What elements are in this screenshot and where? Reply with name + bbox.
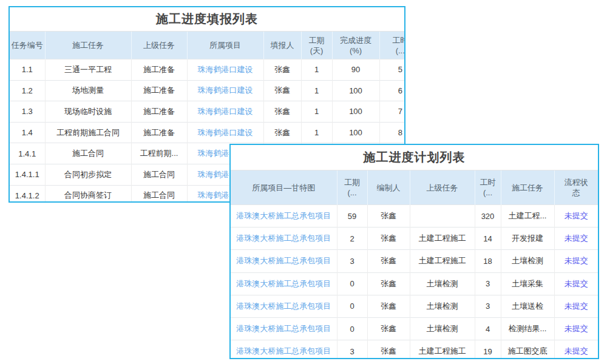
cell-project[interactable]: 珠海鹤港口建设 (198, 86, 253, 95)
cell-status[interactable]: 未提交 (565, 279, 588, 288)
column-label: 完成进度 (340, 36, 371, 45)
cell-project-gantt[interactable]: 港珠澳大桥施工总承包项目 (236, 346, 331, 356)
cell-parent-task: 工程前期... (140, 149, 178, 158)
table-cell: 未提交 (554, 295, 598, 317)
cell-project-gantt[interactable]: 港珠澳大桥施工总承包项目 (236, 211, 331, 220)
cell-project[interactable]: 珠海鹤港口建设 (198, 65, 253, 74)
table-cell: 施工准备 (131, 101, 187, 123)
cell-duration: 2 (350, 234, 354, 243)
table-cell: 港珠澳大桥施工总承包项目 (231, 205, 337, 228)
column-label: 所属项目—甘特图 (252, 183, 315, 192)
table-cell: 港珠澳大桥施工总承包项目 (231, 317, 337, 340)
cell-task-no: 1.1 (22, 65, 33, 74)
cell-task: 土壤送检 (512, 302, 543, 311)
cell-duration: 0 (350, 302, 354, 311)
table-cell: 320 (475, 205, 501, 228)
table-row: 1.3现场临时设施施工准备珠海鹤港口建设张鑫11007 (10, 101, 405, 123)
cell-task-no: 1.4.1.2 (15, 191, 39, 200)
column-label: 工期 (344, 178, 360, 187)
cell-project-gantt[interactable]: 港珠澳大桥施工总承包项目 (236, 279, 331, 288)
cell-task: 现场临时设施 (64, 107, 112, 116)
table-row: 港珠澳大桥施工总承包项目3张鑫土建工程施工18土壤检测未提交 (231, 250, 598, 272)
table-cell: 8 (379, 122, 405, 143)
column-label: 填报人 (271, 41, 294, 50)
cell-status[interactable]: 未提交 (565, 234, 588, 243)
table-cell: 未提交 (554, 228, 598, 250)
column-header-work-hours: 工时(... (475, 170, 501, 205)
column-header-project-gantt: 所属项目—甘特图 (231, 170, 337, 205)
cell-hours: 6 (398, 86, 402, 95)
table-cell: 施工准备 (131, 122, 187, 143)
table-cell: 1 (301, 122, 332, 143)
cell-project-gantt[interactable]: 港珠澳大桥施工总承包项目 (236, 324, 331, 333)
table-cell: 张鑫 (367, 228, 410, 250)
table-cell: 1.4.1.1 (10, 164, 45, 185)
cell-project-gantt[interactable]: 港珠澳大桥施工总承包项目 (236, 302, 331, 311)
cell-status[interactable]: 未提交 (565, 346, 588, 356)
table-cell: 1 (301, 59, 332, 81)
column-label: 任务编号 (12, 41, 43, 50)
cell-duration: 1 (314, 107, 319, 116)
table-cell: 港珠澳大桥施工总承包项目 (231, 250, 337, 272)
column-header-compiler: 编制人 (367, 170, 410, 205)
table-cell: 0 (337, 295, 367, 317)
table-row: 港珠澳大桥施工总承包项目0张鑫土壤检测3土壤采集未提交 (231, 272, 598, 295)
cell-status[interactable]: 未提交 (565, 256, 588, 265)
cell-project[interactable]: 珠海鹤港口建设 (198, 107, 253, 116)
table-cell: 0 (337, 317, 367, 340)
table-cell: 3 (337, 250, 367, 272)
cell-task-no: 1.4 (22, 128, 33, 137)
cell-hours: 4 (486, 325, 490, 334)
cell-duration: 59 (348, 212, 356, 221)
cell-status[interactable]: 未提交 (565, 324, 588, 333)
cell-project[interactable]: 珠海鹤港口建设 (198, 128, 253, 137)
cell-reporter: 张鑫 (274, 107, 290, 116)
cell-project-gantt[interactable]: 港珠澳大桥施工总承包项目 (236, 234, 331, 243)
table-cell: 工程前期... (131, 143, 187, 164)
cell-duration: 3 (350, 257, 354, 266)
table-row: 港珠澳大桥施工总承包项目0张鑫土壤检测3土壤送检未提交 (231, 295, 598, 317)
column-header-status: 流程状态 (554, 170, 598, 205)
cell-task: 合同协商签订 (64, 190, 112, 200)
cell-task-no: 1.3 (22, 107, 33, 116)
cell-compiler: 张鑫 (381, 256, 396, 265)
column-label-line2: (... (380, 46, 406, 56)
cell-status[interactable]: 未提交 (565, 302, 588, 311)
table-cell: 张鑫 (263, 101, 301, 123)
column-label-line2: (... (337, 187, 367, 198)
cell-project-gantt[interactable]: 港珠澳大桥施工总承包项目 (236, 256, 331, 265)
table-cell: 未提交 (554, 205, 598, 228)
table-cell: 珠海鹤港口建设 (187, 101, 263, 123)
cell-hours: 19 (483, 347, 492, 356)
column-label: 所属项目 (209, 41, 241, 50)
column-header-work-hours: 工时(... (379, 32, 405, 59)
column-header-project: 所属项目 (187, 32, 263, 59)
table-cell: 土壤采集 (501, 272, 554, 295)
table-cell: 14 (475, 228, 501, 250)
cell-hours: 3 (486, 279, 490, 288)
fill-report-header: 任务编号 施工任务 上级任务 所属项目 填报人 工期(天) 完成进度(%) 工时… (10, 32, 405, 59)
fill-report-title: 施工进度填报列表 (10, 7, 404, 32)
table-cell: 1 (301, 80, 332, 101)
table-cell: 未提交 (554, 340, 598, 359)
table-cell: 张鑫 (367, 205, 410, 228)
column-header-duration-days: 工期(天) (301, 32, 332, 59)
table-cell: 1.4.1 (10, 143, 45, 164)
column-header-parent-task: 上级任务 (410, 170, 475, 205)
cell-task: 施工合同 (72, 149, 104, 158)
table-cell: 18 (475, 250, 501, 272)
table-cell: 三通一平工程 (45, 59, 131, 81)
cell-hours: 320 (481, 212, 495, 221)
cell-parent-task: 土壤检测 (427, 324, 458, 333)
table-cell: 土壤检测 (410, 295, 475, 317)
cell-task-no: 1.4.1.1 (15, 170, 39, 179)
table-cell: 土建工程施工 (410, 340, 475, 359)
table-cell: 100 (332, 101, 379, 123)
plan-list-body: 港珠澳大桥施工总承包项目59张鑫320土建工程...未提交港珠澳大桥施工总承包项… (231, 205, 598, 360)
cell-hours: 3 (486, 302, 490, 311)
table-cell: 土壤检测 (410, 272, 475, 295)
table-cell: 张鑫 (367, 250, 410, 272)
table-cell: 张鑫 (367, 317, 410, 340)
column-label: 施工任务 (72, 41, 104, 50)
cell-status[interactable]: 未提交 (565, 211, 588, 220)
